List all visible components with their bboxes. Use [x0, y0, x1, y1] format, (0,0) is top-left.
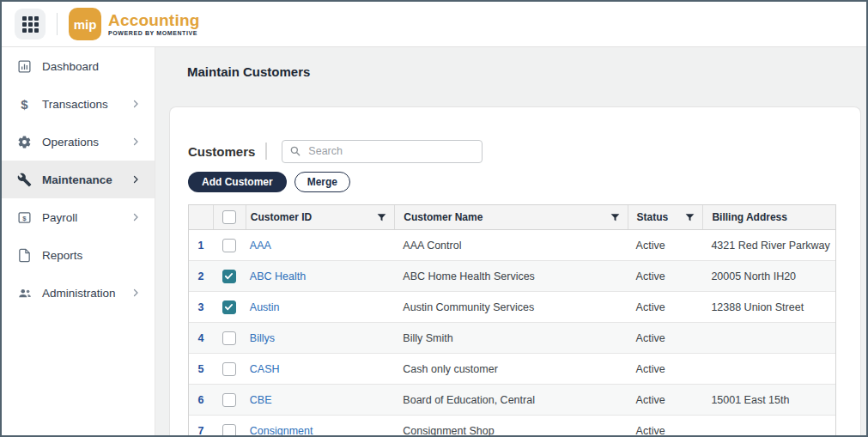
- customer-id-link[interactable]: CASH: [250, 363, 280, 375]
- people-icon: [16, 285, 33, 301]
- table-row: 5CASHCash only customerActive: [189, 354, 835, 385]
- sidebar-item-maintenance[interactable]: Maintenance: [2, 161, 155, 198]
- column-header-customer-name: Customer Name: [394, 205, 627, 229]
- customer-id-cell: CASH: [246, 354, 395, 384]
- column-header-status: Status: [628, 205, 703, 229]
- sidebar-item-administration[interactable]: Administration: [2, 274, 155, 312]
- sidebar-item-label: Dashboard: [42, 60, 141, 73]
- row-number-cell: 1: [189, 230, 213, 260]
- column-header-label: Customer ID: [251, 211, 312, 223]
- row-checkbox[interactable]: [222, 362, 236, 376]
- header-rownum-cell: [189, 205, 213, 229]
- sidebar-item-label: Administration: [42, 287, 131, 300]
- customer-name-cell-text: Consignment Shop: [403, 425, 494, 436]
- filter-icon[interactable]: [684, 212, 695, 223]
- section-title: Customers: [188, 144, 255, 159]
- status-cell: Active: [628, 323, 703, 353]
- sidebar-item-payroll[interactable]: $Payroll: [2, 198, 155, 236]
- row-checkbox[interactable]: [222, 300, 236, 314]
- table-row: 4BillysBilly SmithActive: [189, 323, 835, 354]
- status-cell: Active: [628, 292, 703, 322]
- app-window: mip Accounting POWERED BY MOMENTIVE Dash…: [0, 0, 868, 437]
- customer-name-cell-text: Austin Community Services: [403, 301, 534, 313]
- column-header-billing-address: Billing Address: [702, 205, 835, 229]
- customer-id-link[interactable]: Austin: [250, 301, 280, 313]
- customers-card: Customers Add Customer Merge: [169, 106, 861, 435]
- status-cell-text: Active: [636, 270, 665, 282]
- gear-icon: [16, 134, 33, 150]
- billing-address-cell-text: 20005 North IH20: [711, 270, 796, 282]
- column-header-customer-id: Customer ID: [246, 205, 395, 229]
- billing-address-cell: 15001 East 15th: [702, 385, 835, 415]
- row-number: 2: [197, 270, 203, 282]
- filter-icon[interactable]: [610, 212, 621, 223]
- header-divider: [57, 13, 58, 35]
- status-cell-text: Active: [636, 394, 665, 406]
- chevron-right-icon: [131, 212, 141, 222]
- sidebar-item-dashboard[interactable]: Dashboard: [2, 47, 155, 85]
- table-row: 6CBEBoard of Education, CentralActive150…: [189, 385, 835, 416]
- select-all-checkbox[interactable]: [222, 210, 236, 224]
- billing-address-cell-text: 4321 Red River Parkway: [711, 240, 829, 252]
- customer-id-cell: Austin: [246, 292, 395, 322]
- chevron-right-icon: [131, 137, 141, 147]
- billing-address-cell: [702, 416, 835, 435]
- merge-button[interactable]: Merge: [294, 172, 350, 192]
- top-bar: mip Accounting POWERED BY MOMENTIVE: [2, 2, 866, 47]
- status-cell-text: Active: [636, 363, 665, 375]
- customer-name-cell-text: Board of Education, Central: [403, 394, 535, 406]
- filter-icon[interactable]: [376, 212, 387, 223]
- row-checkbox[interactable]: [222, 393, 236, 407]
- customer-id-cell: Billys: [246, 323, 395, 353]
- status-cell: Active: [628, 385, 703, 415]
- row-number-cell: 7: [189, 416, 213, 435]
- billing-address-cell: 20005 North IH20: [702, 261, 835, 291]
- customer-name-cell-text: Billy Smith: [403, 332, 452, 344]
- customer-id-link[interactable]: CBE: [250, 394, 272, 406]
- customer-id-link[interactable]: AAA: [250, 240, 271, 252]
- svg-text:$: $: [22, 214, 27, 222]
- table-row: 7ConsignmentConsignment ShopActive: [189, 416, 835, 435]
- row-number: 4: [197, 332, 203, 344]
- sidebar-item-label: Transactions: [42, 98, 131, 111]
- customer-id-link[interactable]: Billys: [250, 332, 275, 344]
- row-number-cell: 4: [189, 323, 213, 353]
- table-header-row: Customer IDCustomer NameStatusBilling Ad…: [189, 205, 835, 230]
- row-checkbox-cell: [213, 385, 246, 415]
- app-launcher-button[interactable]: [15, 9, 46, 39]
- sidebar-item-transactions[interactable]: $Transactions: [2, 85, 155, 123]
- customer-name-cell: Billy Smith: [394, 323, 627, 353]
- status-cell: Active: [628, 416, 703, 435]
- row-number-cell: 2: [189, 261, 213, 291]
- dashboard-icon: [16, 58, 33, 75]
- chevron-right-icon: [131, 288, 141, 298]
- add-customer-button[interactable]: Add Customer: [188, 172, 287, 192]
- row-number: 3: [197, 301, 203, 313]
- search-input[interactable]: [308, 145, 475, 157]
- sidebar: Dashboard$TransactionsOperationsMaintena…: [2, 47, 155, 435]
- sidebar-item-reports[interactable]: Reports: [2, 236, 155, 274]
- dollar-icon: $: [16, 96, 33, 112]
- row-checkbox[interactable]: [222, 239, 236, 252]
- search-icon: [289, 145, 301, 157]
- table-body: 1AAAAAA ControlActive4321 Red River Park…: [189, 230, 835, 435]
- billing-address-cell: [702, 354, 835, 384]
- customer-id-link[interactable]: Consignment: [250, 425, 313, 436]
- row-checkbox-cell: [213, 354, 246, 384]
- billing-address-cell: 12388 Union Street: [702, 292, 835, 322]
- row-checkbox-cell: [213, 261, 246, 291]
- app-tagline: POWERED BY MOMENTIVE: [108, 30, 200, 36]
- customer-name-cell: Cash only customer: [394, 354, 627, 384]
- row-checkbox-cell: [213, 292, 246, 322]
- row-checkbox[interactable]: [222, 331, 236, 345]
- app-title: Accounting: [108, 12, 200, 28]
- sidebar-item-operations[interactable]: Operations: [2, 123, 155, 161]
- row-checkbox[interactable]: [222, 270, 236, 283]
- mip-logo: mip: [69, 8, 101, 40]
- customer-id-link[interactable]: ABC Health: [250, 270, 306, 282]
- row-checkbox[interactable]: [222, 424, 236, 436]
- row-number: 7: [197, 425, 203, 436]
- document-icon: [16, 247, 33, 264]
- column-header-label: Billing Address: [712, 211, 787, 223]
- sidebar-item-label: Payroll: [42, 211, 131, 224]
